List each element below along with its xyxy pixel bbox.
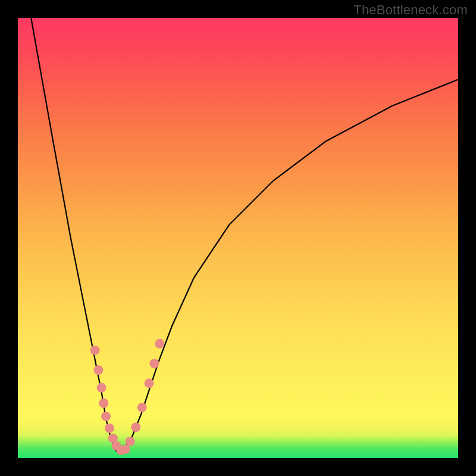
dot — [126, 437, 135, 446]
curve-layer — [18, 18, 458, 458]
dot — [101, 412, 111, 421]
dot — [131, 422, 140, 432]
dot — [121, 444, 130, 454]
watermark-text: TheBottleneck.com — [353, 2, 468, 18]
chart-frame: TheBottleneck.com — [0, 0, 476, 476]
dot — [137, 403, 147, 412]
plot-area — [18, 18, 458, 458]
dot — [149, 359, 159, 368]
highlighted-dots — [90, 339, 165, 455]
dot — [90, 346, 100, 355]
dot — [105, 424, 114, 433]
dot — [155, 339, 164, 349]
dot — [93, 365, 103, 375]
dot — [97, 383, 107, 393]
main-curve — [31, 18, 458, 454]
dot — [145, 378, 154, 388]
dot — [99, 399, 108, 408]
